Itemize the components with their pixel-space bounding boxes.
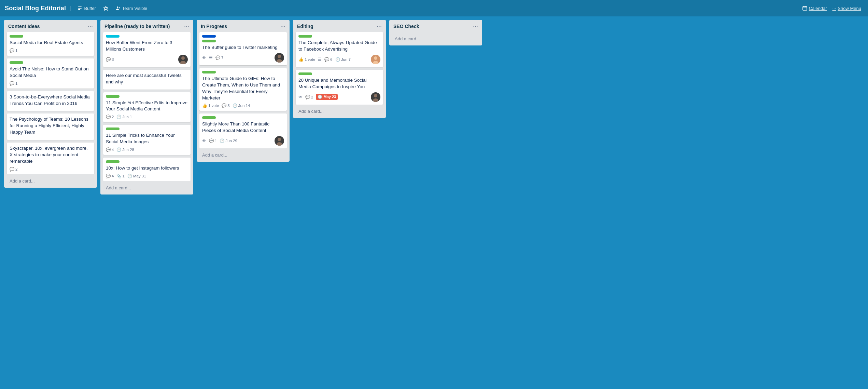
column-menu-button[interactable]: ···	[473, 23, 478, 29]
card[interactable]: 11 Simple Tricks to Enhance Your Social …	[103, 125, 191, 155]
team-icon	[116, 6, 121, 11]
column-pipeline: Pipeline (ready to be written)···How Buf…	[100, 20, 193, 194]
add-card-button[interactable]: Add a card...	[102, 183, 192, 193]
card-footer: 👁☰💬 7	[202, 53, 284, 63]
app-header: Social Blog Editorial | Buffer Team Visi…	[0, 0, 868, 16]
paperclip-icon: 📎	[116, 174, 121, 178]
card[interactable]: The Psychology of Teams: 10 Lessons for …	[7, 113, 94, 140]
calendar-btn[interactable]: Calendar	[800, 4, 829, 12]
card-title: 20 Unique and Memorable Social Media Cam…	[298, 77, 380, 90]
comment-icon: 💬	[10, 48, 14, 53]
star-icon	[103, 6, 108, 11]
star-btn[interactable]	[101, 4, 110, 12]
column-cards: Social Media for Real Estate Agents💬 1Av…	[4, 32, 97, 174]
card-footer: 💬 4🕐 Jun 28	[106, 147, 188, 152]
avatar	[371, 92, 380, 102]
card-comments: 💬 2	[10, 167, 17, 172]
card-title: Avoid The Noise: How to Stand Out on Soc…	[10, 66, 92, 79]
card[interactable]: Slightly More Than 100 Fantastic Pieces …	[199, 113, 287, 148]
column-header: Editing···	[293, 20, 386, 32]
card[interactable]: 11 Simple Yet Effective Edits to Improve…	[103, 92, 191, 122]
column-content-ideas: Content Ideas···Social Media for Real Es…	[4, 20, 97, 188]
card[interactable]: How Buffer Went From Zero to 3 Millions …	[103, 32, 191, 67]
ellipsis-icon: ···	[832, 6, 836, 11]
svg-point-24	[374, 94, 377, 97]
comment-icon: 💬	[106, 147, 111, 152]
card-description-icon: ☰	[318, 57, 322, 62]
comment-icon: 💬	[209, 138, 214, 143]
header-actions: Calendar ··· Show Menu	[800, 4, 863, 12]
card[interactable]: 10x: How to get Instagram followers💬 4📎 …	[103, 158, 191, 181]
card-comments: 💬 2	[106, 115, 114, 119]
column-in-progress: In Progress···The Buffer guide to Twitte…	[197, 20, 290, 162]
comment-icon: 💬	[324, 57, 329, 62]
comment-icon: 💬	[106, 57, 111, 62]
comment-icon: 💬	[222, 103, 226, 108]
card[interactable]: The Buffer guide to Twitter marketing👁☰💬…	[199, 32, 287, 65]
avatar	[371, 55, 380, 64]
calendar-icon	[802, 6, 807, 11]
card-date: 🕐 May 31	[127, 174, 146, 178]
card-label	[10, 61, 23, 64]
card[interactable]: 3 Soon-to-be-Everywhere Social Media Tre…	[7, 91, 94, 111]
column-header: In Progress···	[197, 20, 290, 32]
card-title: Skyscraper, 10x, evergreen and more. X s…	[10, 145, 92, 165]
card-label	[298, 35, 312, 38]
column-header: SEO Check···	[389, 20, 482, 32]
card-title: The Psychology of Teams: 10 Lessons for …	[10, 116, 92, 136]
card-footer: 👍 1 vote💬 3🕐 Jun 14	[202, 103, 284, 108]
card-title: The Ultimate Guide to GIFs: How to Creat…	[202, 76, 284, 102]
column-menu-button[interactable]: ···	[88, 23, 93, 29]
svg-marker-3	[103, 6, 108, 10]
show-menu-btn[interactable]: ··· Show Menu	[830, 4, 864, 12]
add-card-button[interactable]: Add a card...	[198, 150, 288, 160]
clock-icon: 🕐	[335, 57, 340, 62]
column-menu-button[interactable]: ···	[280, 23, 285, 29]
card-date: 🕐 Jun 28	[116, 147, 134, 152]
clock-icon: 🕐	[116, 115, 121, 119]
column-cards: How Buffer Went From Zero to 3 Millions …	[100, 32, 193, 181]
eye-icon: 👁	[202, 56, 206, 60]
card[interactable]: 20 Unique and Memorable Social Media Cam…	[296, 70, 383, 105]
comment-icon: 💬	[106, 115, 111, 119]
card-comments: 💬 4	[106, 174, 114, 178]
comment-icon: 💬	[10, 81, 14, 86]
comment-icon: 💬	[215, 55, 220, 60]
svg-rect-6	[803, 6, 807, 10]
board: Content Ideas···Social Media for Real Es…	[0, 16, 868, 201]
buffer-icon	[78, 6, 82, 11]
card-comments: 💬 3	[222, 103, 229, 108]
card[interactable]: Social Media for Real Estate Agents💬 1	[7, 32, 94, 56]
card[interactable]: Here are our most successful Tweets and …	[103, 70, 191, 90]
card[interactable]: Avoid The Noise: How to Stand Out on Soc…	[7, 58, 94, 89]
card[interactable]: Skyscraper, 10x, evergreen and more. X s…	[7, 143, 94, 174]
card-votes: 👍 1 vote	[202, 103, 219, 108]
card-date-badge: 🕐 May 23	[316, 94, 338, 100]
column-menu-button[interactable]: ···	[184, 23, 189, 29]
column-title: Content Ideas	[8, 24, 40, 29]
card-title: 10x: How to get Instagram followers	[106, 165, 188, 172]
column-title: Pipeline (ready to be written)	[104, 24, 170, 29]
card[interactable]: The Ultimate Guide to GIFs: How to Creat…	[199, 68, 287, 111]
card-title: Here are our most successful Tweets and …	[106, 72, 188, 85]
card[interactable]: The Complete, Always-Updated Guide to Fa…	[296, 32, 383, 67]
column-title: Editing	[297, 24, 313, 29]
card-footer: 💬 3	[106, 55, 188, 64]
card-footer: 💬 1	[10, 48, 92, 53]
column-menu-button[interactable]: ···	[377, 23, 382, 29]
card-label	[106, 160, 120, 163]
card-footer: 💬 4📎 1🕐 May 31	[106, 174, 188, 178]
comment-icon: 💬	[305, 95, 310, 99]
team-visible-btn[interactable]: Team Visible	[114, 4, 149, 12]
card-title: Social Media for Real Estate Agents	[10, 40, 92, 46]
buffer-btn[interactable]: Buffer	[75, 4, 98, 12]
column-cards: The Buffer guide to Twitter marketing👁☰💬…	[197, 32, 290, 148]
card-footer: 💬 1	[10, 81, 92, 86]
add-card-button[interactable]: Add a card...	[391, 33, 481, 44]
add-card-button[interactable]: Add a card...	[5, 176, 96, 186]
card-attachments: 📎 1	[116, 174, 124, 178]
card-comments: 💬 3	[106, 57, 114, 62]
add-card-button[interactable]: Add a card...	[294, 106, 384, 117]
card-comments: 💬 4	[106, 147, 114, 152]
svg-rect-1	[78, 8, 82, 9]
